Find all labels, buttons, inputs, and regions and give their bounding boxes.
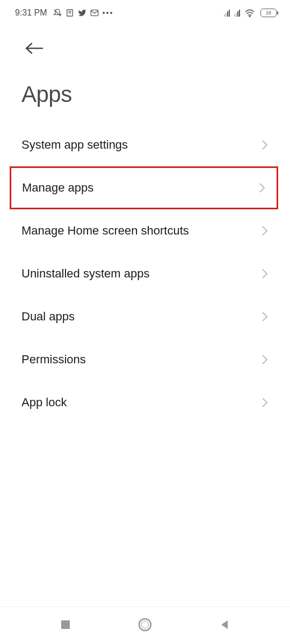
triangle-left-icon xyxy=(219,619,230,630)
menu-item-permissions[interactable]: Permissions xyxy=(0,338,290,381)
menu-item-manage-home-shortcuts[interactable]: Manage Home screen shortcuts xyxy=(0,209,290,252)
note-icon xyxy=(66,9,74,17)
chevron-right-icon xyxy=(261,397,269,408)
back-arrow-icon xyxy=(24,42,44,55)
status-bar: 9:31 PM 28 xyxy=(0,0,290,26)
wifi-icon xyxy=(244,9,255,17)
status-time: 9:31 PM xyxy=(15,8,47,18)
battery-level: 28 xyxy=(266,10,271,16)
more-icon xyxy=(103,12,112,14)
menu-label: App lock xyxy=(21,396,67,409)
svg-point-8 xyxy=(139,619,151,631)
chevron-right-icon xyxy=(261,311,269,323)
signal-sim2-icon xyxy=(234,9,240,17)
menu-label: Manage Home screen shortcuts xyxy=(21,224,189,238)
menu-list: System app settings Manage apps Manage H… xyxy=(0,123,290,424)
svg-point-5 xyxy=(249,16,250,17)
menu-label: System app settings xyxy=(21,138,128,152)
nav-recents-button[interactable] xyxy=(60,619,71,632)
nav-home-button[interactable] xyxy=(138,618,152,634)
navigation-bar xyxy=(0,606,290,644)
svg-point-9 xyxy=(141,621,149,628)
menu-label: Manage apps xyxy=(22,181,93,195)
chevron-right-icon xyxy=(261,354,269,365)
svg-rect-7 xyxy=(61,620,70,629)
status-left: 9:31 PM xyxy=(15,8,112,18)
gmail-icon xyxy=(90,9,99,17)
menu-item-system-app-settings[interactable]: System app settings xyxy=(0,123,290,166)
chevron-right-icon xyxy=(258,182,266,194)
status-right: 28 xyxy=(224,9,277,17)
chevron-right-icon xyxy=(261,139,269,151)
circle-icon xyxy=(138,618,152,632)
menu-label: Uninstalled system apps xyxy=(21,267,149,281)
battery-icon: 28 xyxy=(260,9,277,17)
menu-item-uninstalled-system-apps[interactable]: Uninstalled system apps xyxy=(0,252,290,295)
chevron-right-icon xyxy=(261,225,269,237)
bell-muted-icon xyxy=(53,9,62,17)
menu-item-dual-apps[interactable]: Dual apps xyxy=(0,295,290,338)
menu-item-manage-apps[interactable]: Manage apps xyxy=(10,166,278,209)
twitter-icon xyxy=(78,9,86,17)
nav-back-button[interactable] xyxy=(219,619,230,632)
menu-label: Permissions xyxy=(21,353,86,367)
signal-sim1-icon xyxy=(224,9,230,17)
page-title: Apps xyxy=(0,57,290,123)
chevron-right-icon xyxy=(261,268,269,280)
status-icons-left xyxy=(53,9,112,17)
menu-item-app-lock[interactable]: App lock xyxy=(0,381,290,424)
menu-label: Dual apps xyxy=(21,310,75,324)
square-icon xyxy=(60,619,71,630)
back-button[interactable] xyxy=(0,26,290,57)
svg-marker-10 xyxy=(221,620,228,629)
